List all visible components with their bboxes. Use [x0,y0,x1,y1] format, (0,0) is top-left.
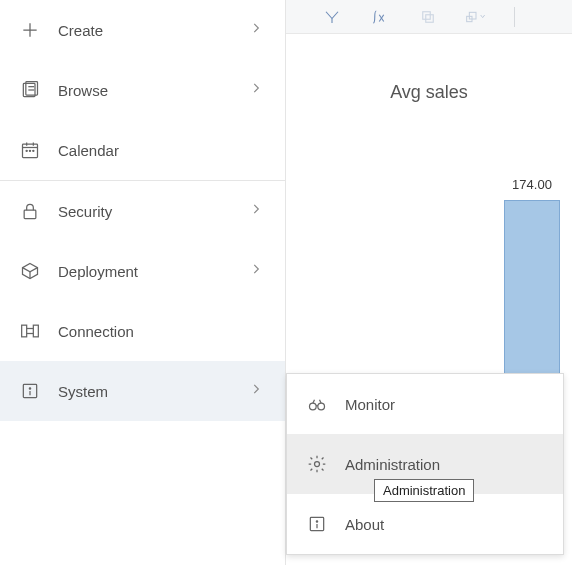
svg-point-26 [315,462,320,467]
svg-rect-3 [469,12,476,19]
connection-icon [18,319,42,343]
sidebar-item-label: Calendar [58,142,267,159]
svg-point-14 [33,150,34,151]
calendar-icon [18,138,42,162]
svg-rect-0 [423,11,431,19]
sidebar: Create Browse [0,0,286,565]
svg-point-28 [316,521,317,522]
sidebar-item-label: System [58,383,249,400]
svg-point-12 [26,150,27,151]
binoculars-icon [305,392,329,416]
chevron-right-icon [249,81,267,99]
svg-rect-1 [426,14,434,22]
svg-rect-16 [22,325,27,337]
gear-icon [305,452,329,476]
bar-rect [504,200,560,380]
submenu-item-label: Administration [345,456,440,473]
info-icon [305,512,329,536]
tooltip: Administration [374,479,474,502]
svg-rect-15 [24,210,36,218]
sidebar-item-create[interactable]: Create [0,0,285,60]
toolbar-divider [514,7,515,27]
submenu-item-monitor[interactable]: Monitor [287,374,563,434]
submenu-item-about[interactable]: About [287,494,563,554]
resize-dropdown-icon[interactable] [466,7,486,27]
sidebar-item-security[interactable]: Security [0,181,285,241]
svg-rect-17 [33,325,38,337]
submenu-item-label: Monitor [345,396,395,413]
toolbar [286,0,572,34]
sidebar-item-deployment[interactable]: Deployment [0,241,285,301]
bar-value-label: 174.00 [502,177,562,192]
system-submenu: Monitor Administration About [286,373,564,555]
submenu-item-label: About [345,516,384,533]
sidebar-item-label: Connection [58,323,267,340]
chevron-right-icon [249,21,267,39]
box-icon [18,259,42,283]
sidebar-item-label: Browse [58,82,249,99]
chart-bar: 174.00 [502,177,562,380]
svg-point-23 [310,403,317,410]
sidebar-item-label: Deployment [58,263,249,280]
lock-icon [18,199,42,223]
sidebar-item-label: Security [58,203,249,220]
plus-icon [18,18,42,42]
sidebar-item-calendar[interactable]: Calendar [0,120,285,180]
chevron-right-icon [249,262,267,280]
sidebar-item-browse[interactable]: Browse [0,60,285,120]
duplicate-icon[interactable] [418,7,438,27]
chevron-right-icon [249,382,267,400]
browse-icon [18,78,42,102]
svg-point-13 [29,150,30,151]
sidebar-item-system[interactable]: System [0,361,285,421]
svg-point-24 [318,403,325,410]
fx-icon[interactable] [370,7,390,27]
sidebar-item-connection[interactable]: Connection [0,301,285,361]
chart-title: Avg sales [286,82,572,103]
sidebar-item-label: Create [58,22,249,39]
chevron-right-icon [249,202,267,220]
svg-point-21 [29,388,30,389]
filter-icon[interactable] [322,7,342,27]
info-icon [18,379,42,403]
